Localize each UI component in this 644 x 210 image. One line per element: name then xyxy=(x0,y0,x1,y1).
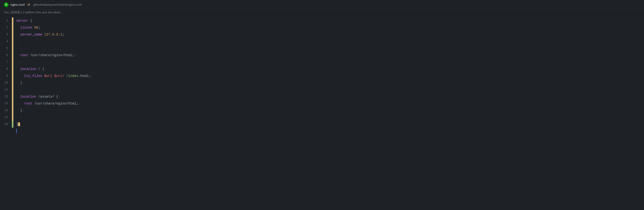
git-gutter xyxy=(12,121,13,128)
line-number: 7 xyxy=(0,59,12,65)
git-gutter xyxy=(12,59,13,66)
code-line: 11 ↓ xyxy=(0,86,644,93)
code-content: ↓ xyxy=(15,45,644,52)
line-number: 4 xyxy=(0,38,12,45)
git-gutter xyxy=(12,100,13,107)
code-content: ↓ xyxy=(15,59,644,66)
code-content: ↓ xyxy=(15,114,644,121)
line-number: 14 xyxy=(0,107,12,114)
git-gutter xyxy=(12,66,13,73)
code-line: 2 listen 80;↓ xyxy=(0,24,644,31)
nginx-icon: N xyxy=(4,2,8,7)
line-number: 10 xyxy=(0,79,12,86)
file-modified-badge: M xyxy=(28,3,30,6)
code-line: 3 server_name 127.0.0.1;↓ xyxy=(0,31,644,38)
code-content xyxy=(15,128,644,134)
code-content: root /usr/share/nginx/html;↓ xyxy=(15,100,644,107)
code-content: ↓ xyxy=(15,38,644,45)
code-content: location /assets/ {↓ xyxy=(15,93,644,100)
git-gutter xyxy=(12,107,13,114)
git-gutter xyxy=(12,31,13,38)
code-line: 6 root /usr/share/nginx/html;↓ xyxy=(0,52,644,59)
code-line: 5 ↓ xyxy=(0,45,644,52)
line-number: 8 xyxy=(0,66,12,72)
code-content: listen 80;↓ xyxy=(15,24,644,31)
code-line: 9 try_files $uri $uri/ /index.html;↓ xyxy=(0,73,644,79)
code-line: 12 location /assets/ {↓ xyxy=(0,93,644,100)
code-content: server_name 127.0.0.1;↓ xyxy=(15,31,644,38)
git-gutter xyxy=(12,114,13,121)
code-line: 4 ↓ xyxy=(0,38,644,45)
git-gutter xyxy=(12,52,13,59)
editor-area[interactable]: 1 server {↓ 2 listen 80;↓ 3 server_name … xyxy=(0,16,644,134)
line-number: 11 xyxy=(0,86,12,93)
code-line: 13 root /usr/share/nginx/html;↓ xyxy=(0,100,644,107)
line-number: 2 xyxy=(0,24,12,31)
code-content: root /usr/share/nginx/html;↓ xyxy=(15,52,644,59)
git-gutter xyxy=(12,93,13,100)
code-content: }↓ xyxy=(15,79,644,86)
code-line: 7 ↓ xyxy=(0,59,644,66)
code-line: 15 ↓ xyxy=(0,114,644,121)
code-line: 8 location / {↓ xyxy=(0,66,644,73)
git-gutter xyxy=(12,17,13,24)
code-line: 1 server {↓ xyxy=(0,17,644,24)
code-content: server {↓ xyxy=(15,17,644,24)
code-content: } xyxy=(15,121,644,128)
code-line: 10 }↓ xyxy=(0,79,644,86)
git-gutter xyxy=(12,86,13,93)
line-number: 16 xyxy=(0,121,12,128)
code-content: ↓ xyxy=(15,86,644,93)
line-number: 13 xyxy=(0,100,12,107)
line-number: 6 xyxy=(0,52,12,59)
git-gutter xyxy=(12,128,13,134)
file-path: .github/deployment/client/nginx.conf xyxy=(32,3,82,6)
line-number: 3 xyxy=(0,31,12,38)
code-content: location / {↓ xyxy=(15,66,644,73)
line-number: 1 xyxy=(0,17,12,24)
code-content: }↓ xyxy=(15,107,644,114)
line-number: 5 xyxy=(0,45,12,52)
code-line: 14 }↓ xyxy=(0,107,644,114)
title-bar: N nginx.conf M .github/deployment/client… xyxy=(0,0,644,16)
code-line: 16 } xyxy=(0,121,644,128)
git-gutter xyxy=(12,79,13,86)
line-number: 12 xyxy=(0,93,12,100)
git-gutter xyxy=(12,24,13,31)
line-number: 15 xyxy=(0,114,12,121)
git-gutter xyxy=(12,45,13,52)
code-line xyxy=(0,128,644,134)
line-number: 9 xyxy=(0,73,12,79)
file-name: nginx.conf xyxy=(10,3,24,6)
code-content: try_files $uri $uri/ /index.html;↓ xyxy=(15,73,644,79)
git-gutter xyxy=(12,73,13,79)
git-gutter xyxy=(12,38,13,45)
meta-info: You, 2秒钟前 | 2 authors (You and one other… xyxy=(0,9,644,16)
